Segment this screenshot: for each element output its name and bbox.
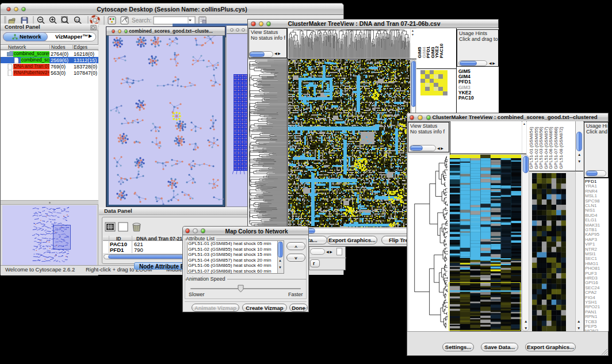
svg-text:Search:: Search: [132,17,151,24]
svg-text:1:1: 1:1 [75,19,79,22]
